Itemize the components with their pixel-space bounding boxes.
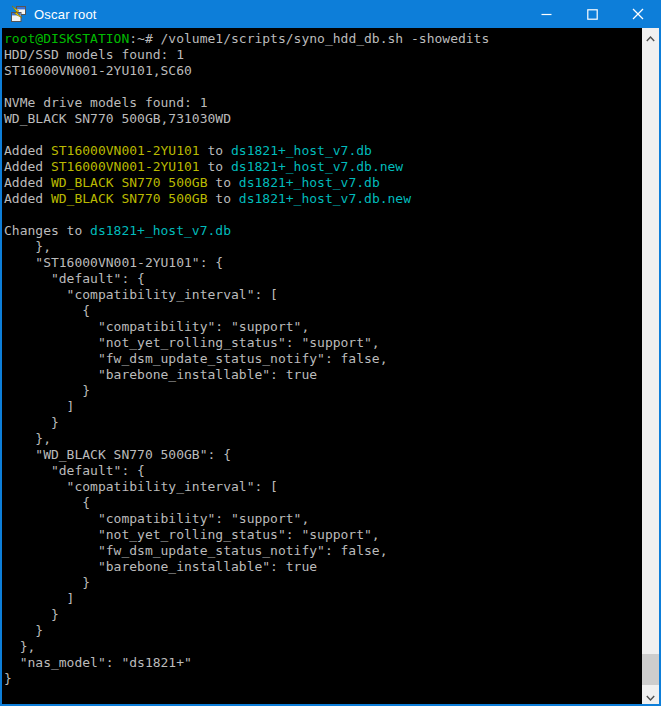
terminal-line: root@DISKSTATION:~# /volume1/scripts/syn… <box>4 31 642 47</box>
scrollbar-track[interactable] <box>642 45 659 687</box>
terminal-text-segment: Added <box>4 191 51 206</box>
terminal-line: Changes to ds1821+_host_v7.db <box>4 223 642 239</box>
terminal-text-segment: } <box>4 575 90 590</box>
scrollbar[interactable] <box>642 28 659 704</box>
terminal-text-segment: } <box>4 415 59 430</box>
terminal-line: } <box>4 575 642 591</box>
terminal-line: } <box>4 383 642 399</box>
terminal-text-segment: ds1821+_host_v7.db <box>231 143 372 158</box>
terminal-text-segment: ds1821+_host_v7.db <box>90 223 231 238</box>
terminal-line: Added ST16000VN001-2YU101 to ds1821+_hos… <box>4 143 642 159</box>
terminal-text-segment: ] <box>4 591 74 606</box>
terminal-text-segment: "nas_model": "ds1821+" <box>4 655 192 670</box>
terminal-text-segment: "barebone_installable": true <box>4 367 317 382</box>
window-title: Oscar root <box>34 7 97 22</box>
scrollbar-thumb[interactable] <box>642 654 659 685</box>
terminal-text-segment: root@DISKSTATION <box>4 31 129 46</box>
terminal-line: "compatibility": "support", <box>4 511 642 527</box>
terminal-text-segment: } <box>4 671 12 686</box>
terminal-line: Added WD_BLACK SN770 500GB to ds1821+_ho… <box>4 175 642 191</box>
terminal-line: NVMe drive models found: 1 <box>4 95 642 111</box>
minimize-icon <box>541 9 552 20</box>
terminal-line: "not_yet_rolling_status": "support", <box>4 335 642 351</box>
terminal-line <box>4 207 642 223</box>
terminal-text-segment: { <box>4 303 90 318</box>
putty-terminal-icon <box>9 5 27 23</box>
terminal-line: "not_yet_rolling_status": "support", <box>4 527 642 543</box>
terminal-line: "fw_dsm_update_status_notify": false, <box>4 351 642 367</box>
terminal-text-segment: Added <box>4 159 51 174</box>
window-body: root@DISKSTATION:~# /volume1/scripts/syn… <box>0 28 661 706</box>
terminal-line: } <box>4 415 642 431</box>
terminal-text-segment: "default": { <box>4 271 145 286</box>
terminal-text-segment: ST16000VN001-2YU101 <box>51 159 200 174</box>
chevron-down-icon <box>646 687 655 705</box>
terminal-text-segment: "compatibility_interval": [ <box>4 479 278 494</box>
close-button[interactable] <box>615 0 661 28</box>
terminal-text-segment: ] <box>4 399 74 414</box>
titlebar[interactable]: Oscar root <box>0 0 661 28</box>
terminal-text-segment: "barebone_installable": true <box>4 559 317 574</box>
terminal-text-segment: WD_BLACK SN770 500GB <box>51 191 208 206</box>
terminal-text-segment: "ST16000VN001-2YU101": { <box>4 255 223 270</box>
maximize-icon <box>587 9 598 20</box>
terminal-line: "compatibility": "support", <box>4 319 642 335</box>
terminal-line: Added WD_BLACK SN770 500GB to ds1821+_ho… <box>4 191 642 207</box>
terminal-text-segment: }, <box>4 431 51 446</box>
terminal-text-segment: Added <box>4 175 51 190</box>
terminal-line <box>4 127 642 143</box>
terminal-line <box>4 79 642 95</box>
chevron-up-icon <box>646 28 655 46</box>
terminal-text-segment: ds1821+_host_v7.db.new <box>231 159 403 174</box>
terminal-text-segment: ST16000VN001-2YU101,SC60 <box>4 63 192 78</box>
terminal-text-segment: { <box>4 495 90 510</box>
terminal-line: "WD_BLACK SN770 500GB": { <box>4 447 642 463</box>
terminal-text-segment: ST16000VN001-2YU101 <box>51 143 200 158</box>
terminal-text-segment: "compatibility": "support", <box>4 511 309 526</box>
terminal-line: "default": { <box>4 271 642 287</box>
terminal-text-segment: :~# /volume1/scripts/syno_hdd_db.sh -sho… <box>129 31 489 46</box>
terminal-text-segment: to <box>200 159 231 174</box>
terminal-text-segment: NVMe drive models found: 1 <box>4 95 208 110</box>
scroll-up-button[interactable] <box>642 28 659 45</box>
window-controls <box>523 0 661 28</box>
terminal-line: "compatibility_interval": [ <box>4 479 642 495</box>
terminal-text-segment: Added <box>4 143 51 158</box>
terminal-line: ] <box>4 591 642 607</box>
terminal-line: } <box>4 623 642 639</box>
terminal-line: "ST16000VN001-2YU101": { <box>4 255 642 271</box>
scroll-down-button[interactable] <box>642 687 659 704</box>
terminal-text-segment: to <box>208 175 239 190</box>
terminal-text-segment: "not_yet_rolling_status": "support", <box>4 335 380 350</box>
terminal-output[interactable]: root@DISKSTATION:~# /volume1/scripts/syn… <box>2 28 642 704</box>
terminal-line: "default": { <box>4 463 642 479</box>
close-icon <box>632 8 644 20</box>
terminal-text-segment: ds1821+_host_v7.db.new <box>239 191 411 206</box>
terminal-line: Added ST16000VN001-2YU101 to ds1821+_hos… <box>4 159 642 175</box>
terminal-text-segment: "compatibility_interval": [ <box>4 287 278 302</box>
maximize-button[interactable] <box>569 0 615 28</box>
terminal-line: WD_BLACK SN770 500GB,731030WD <box>4 111 642 127</box>
terminal-line: { <box>4 495 642 511</box>
terminal-window: Oscar root ro <box>0 0 661 706</box>
terminal-text-segment: to <box>200 143 231 158</box>
terminal-text-segment: "compatibility": "support", <box>4 319 309 334</box>
terminal-text-segment: to <box>208 191 239 206</box>
terminal-line: HDD/SSD models found: 1 <box>4 47 642 63</box>
terminal-text-segment: "WD_BLACK SN770 500GB": { <box>4 447 231 462</box>
terminal-line: }, <box>4 431 642 447</box>
terminal-text-segment: ds1821+_host_v7.db <box>239 175 380 190</box>
terminal-text-segment: }, <box>4 239 51 254</box>
terminal-text-segment: "not_yet_rolling_status": "support", <box>4 527 380 542</box>
minimize-button[interactable] <box>523 0 569 28</box>
terminal-line: "compatibility_interval": [ <box>4 287 642 303</box>
terminal-line: } <box>4 671 642 687</box>
terminal-line: ST16000VN001-2YU101,SC60 <box>4 63 642 79</box>
terminal-line: }, <box>4 639 642 655</box>
terminal-text-segment: "fw_dsm_update_status_notify": false, <box>4 543 388 558</box>
terminal-line: "barebone_installable": true <box>4 559 642 575</box>
terminal-line: "fw_dsm_update_status_notify": false, <box>4 543 642 559</box>
terminal-line: "nas_model": "ds1821+" <box>4 655 642 671</box>
terminal-text-segment: } <box>4 623 43 638</box>
terminal-text-segment: "default": { <box>4 463 145 478</box>
